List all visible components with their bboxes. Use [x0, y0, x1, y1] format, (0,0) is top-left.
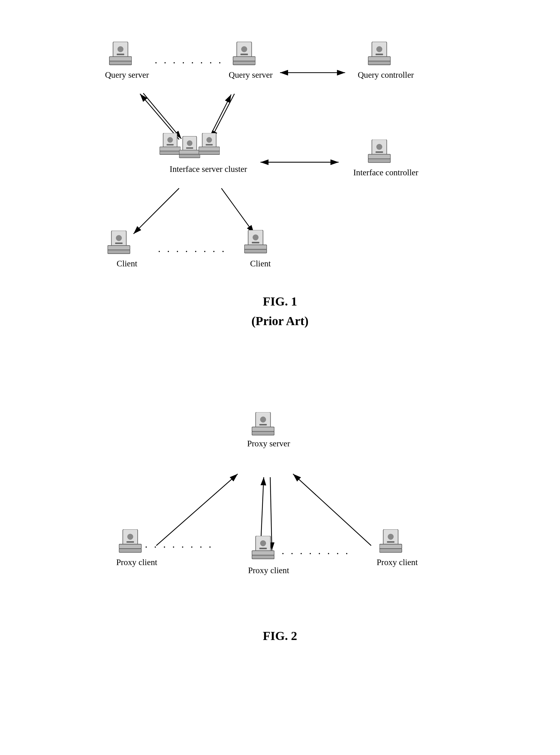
arrow-pcr-to-ps: [293, 474, 371, 545]
query-server-right-node: [233, 42, 256, 68]
client-left-label: Client: [117, 259, 137, 268]
dots-left: · · · · · · · ·: [145, 541, 213, 553]
proxy-client-right-label: Proxy client: [377, 558, 418, 567]
page: Query server · · · · · · · · Query serve…: [0, 0, 560, 755]
query-controller-label: Query controller: [358, 70, 414, 80]
proxy-client-left-node: [119, 529, 141, 555]
fig1-diagram-section: Query server · · · · · · · · Query serve…: [0, 13, 560, 354]
fig1-title: FIG. 1: [263, 295, 297, 309]
fig2-svg: Proxy server Proxy client · · · · · · · …: [0, 373, 560, 715]
arrow-cluster-to-qs-right: [208, 95, 231, 140]
dots-center-right: · · · · · · · ·: [282, 548, 350, 559]
proxy-client-center-label: Proxy client: [248, 566, 289, 575]
interface-controller-node: [368, 140, 391, 166]
fig2-diagram-section: Proxy server Proxy client · · · · · · · …: [0, 373, 560, 715]
dots-bottom: · · · · · · · ·: [158, 245, 226, 257]
proxy-client-center-node: [252, 536, 274, 562]
fig1-subtitle: (Prior Art): [252, 314, 308, 328]
fig2-title: FIG. 2: [263, 629, 297, 643]
proxy-server-node: [252, 412, 274, 438]
arrow-pcl-to-ps: [156, 474, 238, 545]
query-server-left-label: Query server: [105, 70, 149, 80]
query-controller-node: [368, 42, 391, 68]
arrow-qs-right-to-cluster: [211, 94, 234, 139]
client-left-node: [107, 231, 130, 257]
arrow-cluster-to-qs-left: [140, 94, 179, 140]
proxy-client-left-label: Proxy client: [116, 558, 158, 567]
proxy-server-label: Proxy server: [247, 439, 290, 448]
interface-cluster-label: Interface server cluster: [170, 164, 247, 174]
interface-cluster-node: [159, 133, 220, 161]
dots-top: · · · · · · · ·: [155, 57, 223, 68]
client-right-label: Client: [250, 259, 271, 268]
arrow-cluster-to-client-left: [134, 188, 179, 234]
arrow-cluster-to-client-right: [221, 188, 254, 234]
query-server-left-node: [109, 42, 132, 68]
fig1-svg: Query server · · · · · · · · Query serve…: [0, 13, 560, 354]
query-server-right-label: Query server: [229, 70, 273, 80]
proxy-client-right-node: [379, 529, 402, 555]
client-right-node: [244, 230, 267, 256]
interface-controller-label: Interface controller: [353, 168, 418, 177]
arrow-qs-left-to-cluster: [143, 93, 181, 139]
